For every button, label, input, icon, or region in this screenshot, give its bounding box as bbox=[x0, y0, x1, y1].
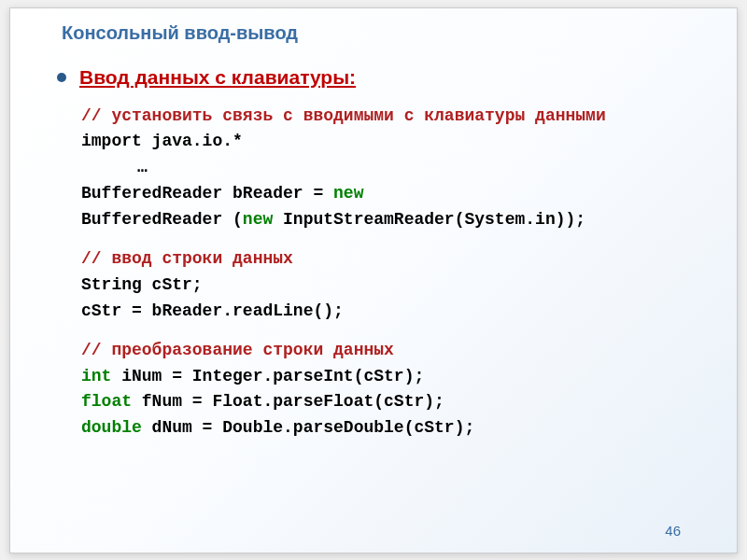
code-text: dNum = Double.parseDouble(cStr); bbox=[142, 418, 474, 437]
code-line: String cStr; bbox=[81, 273, 685, 299]
slide-title: Консольный ввод-вывод bbox=[62, 22, 685, 44]
keyword: new bbox=[333, 184, 363, 203]
code-line: double dNum = Double.parseDouble(cStr); bbox=[81, 415, 685, 441]
code-text: InputStreamReader(System.in)); bbox=[273, 210, 585, 229]
slide: Консольный ввод-вывод Ввод данных с клав… bbox=[9, 7, 738, 553]
code-line: … bbox=[137, 155, 685, 181]
code-line: BufferedReader bReader = new bbox=[81, 181, 685, 207]
keyword: new bbox=[243, 210, 273, 229]
keyword: float bbox=[81, 392, 132, 411]
code-text: BufferedReader ( bbox=[81, 210, 243, 229]
comment-line: // установить связь с вводимыми с клавиа… bbox=[81, 104, 685, 130]
code-block-1: // установить связь с вводимыми с клавиа… bbox=[81, 104, 685, 233]
code-line: float fNum = Float.parseFloat(cStr); bbox=[81, 389, 685, 415]
code-block-3: // преобразование строки данных int iNum… bbox=[81, 338, 685, 442]
page-number: 46 bbox=[665, 523, 681, 539]
bullet-icon bbox=[57, 73, 66, 82]
code-line: import java.io.* bbox=[81, 129, 685, 155]
keyword: int bbox=[81, 367, 111, 385]
code-line: int iNum = Integer.parseInt(cStr); bbox=[81, 364, 685, 390]
comment-line: // ввод строки данных bbox=[81, 246, 685, 273]
comment-line: // преобразование строки данных bbox=[81, 338, 685, 364]
code-line: cStr = bReader.readLine(); bbox=[81, 299, 685, 325]
code-block-2: // ввод строки данных String cStr; cStr … bbox=[81, 246, 685, 325]
code-text: BufferedReader bReader = bbox=[81, 184, 333, 203]
code-text: fNum = Float.parseFloat(cStr); bbox=[132, 392, 444, 411]
code-text: iNum = Integer.parseInt(cStr); bbox=[111, 367, 424, 385]
code-line: BufferedReader (new InputStreamReader(Sy… bbox=[81, 207, 685, 233]
section-heading: Ввод данных с клавиатуры: bbox=[79, 66, 356, 89]
code-area: // установить связь с вводимыми с клавиа… bbox=[81, 104, 685, 442]
keyword: double bbox=[81, 418, 142, 437]
bullet-heading-row: Ввод данных с клавиатуры: bbox=[57, 66, 685, 89]
